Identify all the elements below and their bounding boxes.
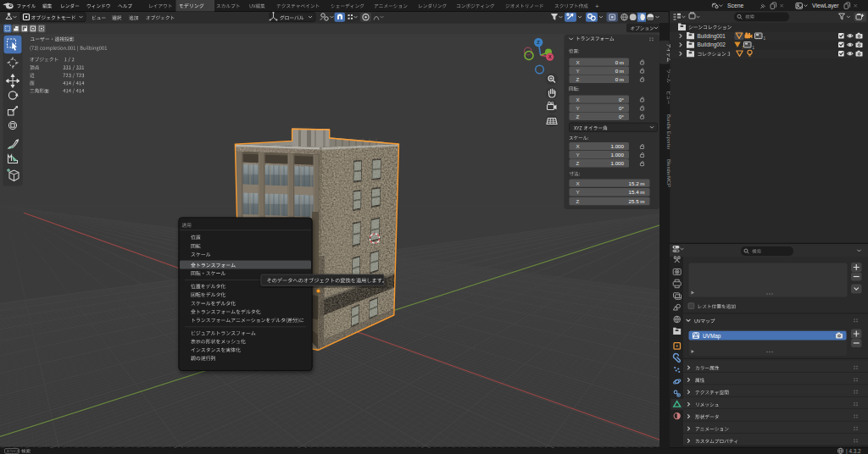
svg-text:BlenderMCP: BlenderMCP	[666, 159, 671, 187]
svg-text:15.2 m: 15.2 m	[629, 180, 645, 186]
svg-text:0 m: 0 m	[615, 68, 624, 74]
svg-text:UVMap: UVMap	[703, 333, 721, 340]
svg-text:0°: 0°	[619, 97, 624, 102]
svg-text:Y: Y	[576, 152, 580, 158]
svg-text:1.000: 1.000	[611, 143, 625, 149]
svg-text:Z: Z	[537, 40, 540, 45]
svg-text:X: X	[576, 180, 580, 186]
svg-text:X: X	[576, 97, 580, 102]
svg-text:| 4.3.2: | 4.3.2	[846, 448, 861, 454]
svg-text:ViewLayer: ViewLayer	[812, 3, 839, 9]
svg-text:Bundle Exporter: Bundle Exporter	[666, 114, 671, 150]
svg-text:X: X	[548, 54, 552, 59]
svg-text:Z: Z	[576, 114, 580, 119]
svg-text:1.000: 1.000	[611, 160, 625, 166]
svg-text:25.5 m: 25.5 m	[629, 198, 645, 204]
svg-text:0 m: 0 m	[615, 59, 624, 65]
svg-text:Building001: Building001	[698, 33, 726, 40]
svg-text:Y: Y	[576, 189, 580, 195]
svg-text:Z: Z	[576, 76, 580, 82]
svg-text:Z: Z	[576, 198, 580, 204]
svg-text:0°: 0°	[619, 105, 624, 111]
svg-text:+: +	[595, 3, 599, 10]
svg-text:Y: Y	[576, 68, 580, 74]
svg-text:15.4 m: 15.4 m	[629, 189, 645, 195]
svg-text:1.000: 1.000	[611, 152, 625, 158]
svg-text:Z: Z	[576, 160, 580, 166]
svg-text:X: X	[576, 143, 580, 149]
svg-text:X: X	[576, 59, 580, 65]
svg-text:Y: Y	[576, 105, 580, 111]
svg-text:0 m: 0 m	[615, 76, 624, 82]
svg-text:0°: 0°	[619, 114, 624, 119]
svg-text:Building002: Building002	[698, 42, 726, 48]
svg-text:Scene: Scene	[727, 3, 743, 8]
